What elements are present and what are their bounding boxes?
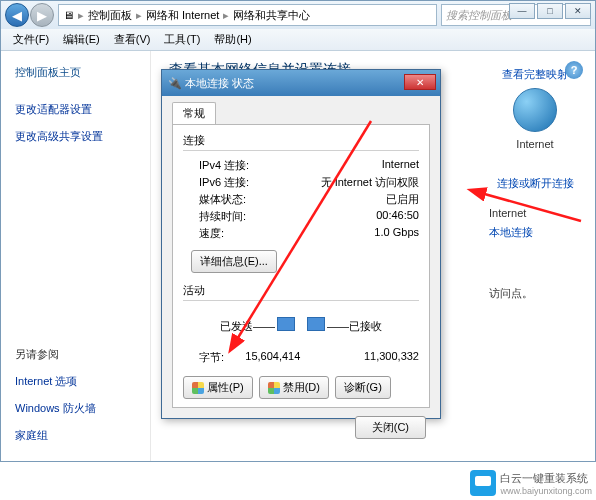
network-label: Internet [483,207,587,219]
shield-icon [268,382,280,394]
speed-value: 1.0 Gbps [374,226,419,241]
maximize-button[interactable]: □ [537,3,563,19]
bytes-recv: 11,300,332 [322,350,419,365]
details-button[interactable]: 详细信息(E)... [191,250,277,273]
menu-file[interactable]: 文件(F) [7,30,55,49]
diagnose-button[interactable]: 诊断(G) [335,376,391,399]
watermark-logo-icon [470,470,496,496]
media-label: 媒体状态: [183,192,246,207]
connect-disconnect-link[interactable]: 连接或断开连接 [483,176,587,191]
access-text: 访问点。 [483,286,587,301]
menu-edit[interactable]: 编辑(E) [57,30,106,49]
see-also-heading: 另请参阅 [1,341,151,368]
dialog-title-text: 本地连接 状态 [185,76,254,91]
activity-icon [277,311,325,341]
sidebar-home[interactable]: 控制面板主页 [1,59,150,86]
connection-section: 连接 [183,133,419,148]
breadcrumb-root[interactable]: 控制面板 [88,8,132,23]
dash: —— [253,320,275,332]
watermark-url: www.baiyunxitong.com [500,486,592,496]
window-buttons: — □ ✕ [509,3,591,19]
dash: —— [327,320,349,332]
sidebar-homegroup[interactable]: 家庭组 [1,422,151,449]
ipv6-label: IPv6 连接: [183,175,249,190]
sidebar: 控制面板主页 更改适配器设置 更改高级共享设置 另请参阅 Internet 选项… [1,51,151,461]
disable-button[interactable]: 禁用(D) [259,376,329,399]
menu-view[interactable]: 查看(V) [108,30,157,49]
tab-panel: 连接 IPv4 连接:Internet IPv6 连接:无 Internet 访… [172,124,430,408]
address-bar[interactable]: 🖥 ▸ 控制面板 ▸ 网络和 Internet ▸ 网络和共享中心 [58,4,437,26]
control-panel-window: — □ ✕ ◀ ▶ 🖥 ▸ 控制面板 ▸ 网络和 Internet ▸ 网络和共… [0,0,596,462]
sidebar-sharing[interactable]: 更改高级共享设置 [1,123,150,150]
watermark: 白云一键重装系统 www.baiyunxitong.com [470,470,592,496]
close-button[interactable]: 关闭(C) [355,416,426,439]
speed-label: 速度: [183,226,224,241]
search-placeholder: 搜索控制面板 [446,8,512,23]
bytes-sent: 15,604,414 [224,350,321,365]
globe-icon [513,88,557,132]
media-value: 已启用 [386,192,419,207]
menu-help[interactable]: 帮助(H) [208,30,257,49]
tab-general[interactable]: 常规 [172,102,216,124]
network-adapter-icon: 🔌 [168,77,182,90]
ipv4-label: IPv4 连接: [183,158,249,173]
internet-label: Internet [483,138,587,150]
properties-button[interactable]: 属性(P) [183,376,253,399]
sidebar-adapter[interactable]: 更改适配器设置 [1,96,150,123]
close-window-button[interactable]: ✕ [565,3,591,19]
menubar: 文件(F) 编辑(E) 查看(V) 工具(T) 帮助(H) [1,29,595,51]
nav-forward-button[interactable]: ▶ [30,3,54,27]
bytes-label: 字节: [183,350,224,365]
nav-back-button[interactable]: ◀ [5,3,29,27]
minimize-button[interactable]: — [509,3,535,19]
duration-value: 00:46:50 [376,209,419,224]
dialog-title: 🔌 本地连接 状态 [162,70,440,96]
activity-section: 活动 [183,283,419,298]
breadcrumb-icon: 🖥 [63,9,74,21]
breadcrumb-mid[interactable]: 网络和 Internet [146,8,219,23]
breadcrumb-sep-icon: ▸ [136,9,142,22]
local-connection-link[interactable]: 本地连接 [483,225,587,240]
duration-label: 持续时间: [183,209,246,224]
menu-tools[interactable]: 工具(T) [158,30,206,49]
sent-label: 已发送 [183,319,253,334]
connection-status-dialog: 🔌 本地连接 状态 ✕ 常规 连接 IPv4 连接:Internet IPv6 … [161,69,441,419]
watermark-text: 白云一键重装系统 [500,471,592,486]
dialog-close-button[interactable]: ✕ [404,74,436,90]
sidebar-firewall[interactable]: Windows 防火墙 [1,395,151,422]
ipv6-value: 无 Internet 访问权限 [321,175,419,190]
titlebar: ◀ ▶ 🖥 ▸ 控制面板 ▸ 网络和 Internet ▸ 网络和共享中心 搜索… [1,1,595,29]
right-panel: 查看完整映射 Internet 连接或断开连接 Internet 本地连接 访问… [475,51,595,461]
ipv4-value: Internet [382,158,419,173]
breadcrumb-sep-icon: ▸ [78,9,84,22]
shield-icon [192,382,204,394]
breadcrumb-sep-icon: ▸ [223,9,229,22]
breadcrumb-leaf[interactable]: 网络和共享中心 [233,8,310,23]
help-icon[interactable]: ? [565,61,583,79]
recv-label: 已接收 [349,319,419,334]
sidebar-internet-options[interactable]: Internet 选项 [1,368,151,395]
